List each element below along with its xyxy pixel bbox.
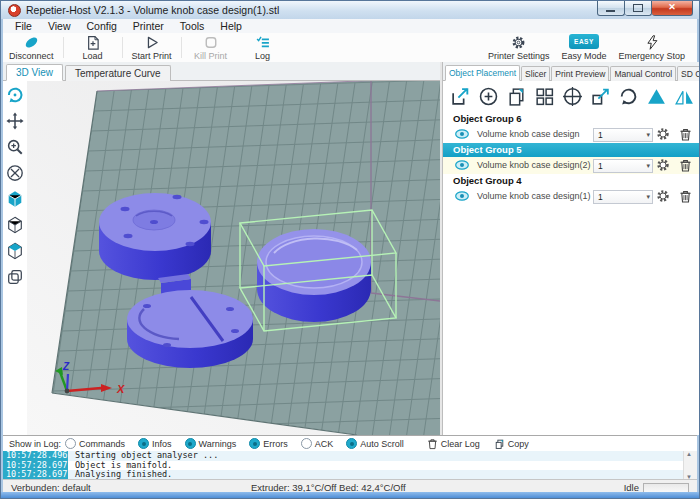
filter-warnings[interactable]: Warnings (185, 438, 237, 449)
filter-auto-scroll[interactable]: Auto Scroll (346, 438, 404, 449)
tab-manual-control[interactable]: Manual Control (610, 66, 676, 81)
filter-ack[interactable]: ACK (301, 438, 334, 449)
menu-file[interactable]: File (7, 20, 40, 32)
3d-scene-canvas[interactable]: X Z (27, 81, 440, 435)
copies-dropdown[interactable]: 1 (593, 128, 653, 142)
zoom-view-icon[interactable] (6, 138, 24, 156)
export-object-icon[interactable] (450, 86, 471, 107)
tab-3d-view[interactable]: 3D View (6, 64, 63, 81)
mirror-object-icon[interactable] (674, 86, 695, 107)
show-edges-icon[interactable] (6, 268, 24, 286)
toolbar-separator (181, 37, 182, 58)
tab-print-preview[interactable]: Print Preview (551, 66, 609, 81)
menu-view[interactable]: View (40, 20, 79, 32)
object-name: Volume knob case design(2) (477, 160, 591, 170)
delete-object-trash-icon[interactable] (679, 158, 692, 172)
title-bar[interactable]: Repetier-Host V2.1.3 - Volume knob case … (1, 1, 699, 19)
visibility-eye-icon[interactable] (455, 191, 469, 201)
minimize-button[interactable] (597, 1, 625, 16)
add-object-icon[interactable] (478, 86, 499, 107)
lay-flat-icon[interactable] (646, 86, 667, 107)
disconnect-icon (22, 35, 41, 50)
right-tab-bar: Object Placement Slicer Print Preview Ma… (443, 62, 700, 81)
app-icon (8, 4, 21, 17)
object-volume-knob-case-design-1[interactable] (127, 290, 253, 368)
infos-radio[interactable] (138, 438, 149, 449)
close-button[interactable] (652, 1, 693, 16)
isometric-view-icon[interactable] (6, 190, 24, 208)
emergency-stop-button[interactable]: Emergency Stop (612, 33, 691, 62)
disconnect-button[interactable]: Disconnect (3, 33, 60, 62)
window-controls (597, 1, 693, 16)
object-volume-knob-case-design[interactable] (99, 193, 211, 280)
tab-slicer[interactable]: Slicer (521, 66, 550, 81)
ack-radio[interactable] (301, 438, 312, 449)
3d-viewport[interactable]: X Z (3, 81, 440, 435)
move-view-icon[interactable] (6, 112, 24, 130)
visibility-eye-icon[interactable] (455, 160, 469, 170)
filter-infos[interactable]: Infos (138, 438, 172, 449)
tab-object-placement[interactable]: Object Placement (445, 65, 520, 81)
center-object-icon[interactable] (562, 86, 583, 107)
object-settings-gear-icon[interactable] (656, 189, 670, 203)
commands-radio[interactable] (65, 438, 76, 449)
clear-log-button[interactable]: Clear Log (427, 437, 480, 450)
autoposition-icon[interactable] (534, 86, 555, 107)
warnings-radio[interactable] (185, 438, 196, 449)
copy-object-icon[interactable] (506, 86, 527, 107)
copies-dropdown[interactable]: 1 (593, 190, 653, 204)
load-button[interactable]: Load (67, 33, 119, 62)
top-view-icon[interactable] (6, 242, 24, 260)
log-icon (254, 35, 272, 50)
tab-temperature-curve[interactable]: Temperature Curve (65, 65, 171, 81)
menu-bar: File View Config Printer Tools Help (3, 19, 697, 33)
object-row-highlighted[interactable]: Volume knob case design(2) 1 (443, 157, 700, 174)
emergency-stop-lightning-icon (643, 35, 661, 50)
log-scrollbar[interactable] (683, 451, 697, 480)
window-title: Repetier-Host V2.1.3 - Volume knob case … (26, 4, 279, 16)
log-toggle-button[interactable]: Log (237, 33, 289, 62)
printer-settings-button[interactable]: Printer Settings (482, 33, 556, 62)
object-row[interactable]: Volume knob case design 1 (443, 126, 700, 143)
auto-scroll-radio[interactable] (346, 438, 357, 449)
front-view-icon[interactable] (6, 216, 24, 234)
maximize-button[interactable] (625, 1, 652, 16)
window-bottom-border (1, 492, 699, 498)
menu-help[interactable]: Help (212, 20, 250, 32)
copies-dropdown[interactable]: 1 (593, 159, 653, 173)
menu-config[interactable]: Config (79, 20, 125, 32)
delete-object-trash-icon[interactable] (679, 127, 692, 141)
tab-sd-card[interactable]: SD Card (677, 66, 700, 81)
errors-radio[interactable] (249, 438, 260, 449)
start-print-button[interactable]: Start Print (126, 33, 178, 62)
object-group-header[interactable]: Object Group 6 (443, 112, 700, 126)
toolbar-right-group: Printer Settings EASY Easy Mode Emergenc… (482, 33, 697, 62)
object-name: Volume knob case design(1) (477, 191, 591, 201)
menu-tools[interactable]: Tools (172, 20, 213, 32)
object-settings-gear-icon[interactable] (656, 158, 670, 172)
toolbar-separator (122, 37, 123, 58)
copy-log-button[interactable]: Copy (494, 438, 529, 450)
view-tab-bar: 3D View Temperature Curve (3, 62, 440, 81)
menu-printer[interactable]: Printer (125, 20, 172, 32)
visibility-eye-icon[interactable] (455, 129, 469, 139)
object-name: Volume knob case design (477, 129, 580, 139)
filter-commands[interactable]: Commands (65, 438, 125, 449)
log-output[interactable]: 10:57:28.496Starting object analyser ...… (3, 451, 683, 480)
object-settings-gear-icon[interactable] (656, 127, 670, 141)
filter-errors[interactable]: Errors (249, 438, 288, 449)
object-group-header-selected[interactable]: Object Group 5 (443, 143, 700, 157)
view-tool-strip (3, 81, 27, 435)
object-toolbar (443, 81, 700, 112)
delete-object-trash-icon[interactable] (679, 189, 692, 203)
log-toolbar: Show in Log: Commands Infos Warnings Err… (3, 436, 697, 451)
object-group-header[interactable]: Object Group 4 (443, 174, 700, 188)
printer-settings-gear-icon (509, 35, 528, 50)
easy-mode-button[interactable]: EASY Easy Mode (555, 33, 612, 62)
rotate-object-icon[interactable] (618, 86, 639, 107)
move-object-icon[interactable] (6, 164, 24, 182)
object-volume-knob-case-design-2-selected[interactable] (257, 229, 371, 322)
object-row[interactable]: Volume knob case design(1) 1 (443, 188, 700, 205)
scale-object-icon[interactable] (590, 86, 611, 107)
rotate-view-icon[interactable] (6, 86, 24, 104)
